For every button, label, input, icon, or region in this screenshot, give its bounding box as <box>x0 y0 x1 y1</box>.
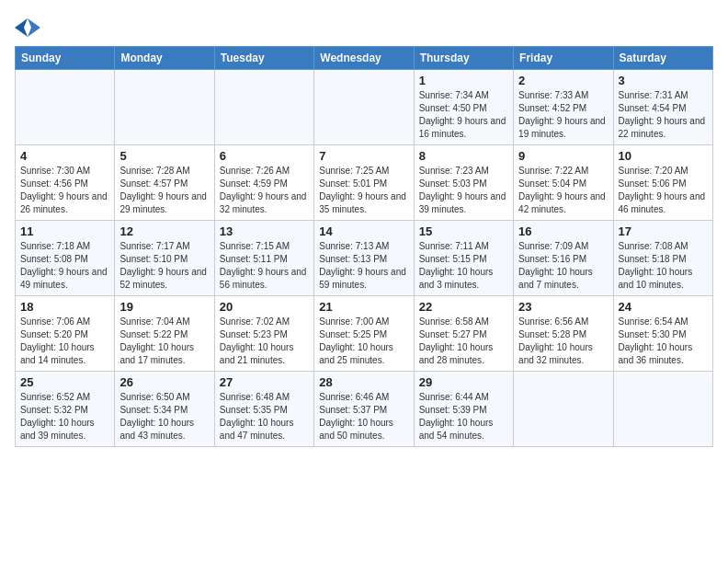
calendar-cell: 2Sunrise: 7:33 AM Sunset: 4:52 PM Daylig… <box>514 70 613 145</box>
calendar-cell <box>613 372 712 447</box>
day-info: Sunrise: 7:31 AM Sunset: 4:54 PM Dayligh… <box>619 89 708 141</box>
day-info: Sunrise: 6:54 AM Sunset: 5:30 PM Dayligh… <box>619 316 708 367</box>
calendar-cell: 10Sunrise: 7:20 AM Sunset: 5:06 PM Dayli… <box>613 145 712 221</box>
calendar-cell: 24Sunrise: 6:54 AM Sunset: 5:30 PM Dayli… <box>613 296 712 372</box>
day-number: 27 <box>220 375 309 389</box>
calendar-cell: 18Sunrise: 7:06 AM Sunset: 5:20 PM Dayli… <box>16 296 115 372</box>
calendar-cell: 3Sunrise: 7:31 AM Sunset: 4:54 PM Daylig… <box>613 70 712 145</box>
day-info: Sunrise: 7:18 AM Sunset: 5:08 PM Dayligh… <box>20 240 109 292</box>
day-number: 25 <box>20 375 109 389</box>
day-info: Sunrise: 7:09 AM Sunset: 5:16 PM Dayligh… <box>518 240 608 292</box>
calendar-cell: 21Sunrise: 7:00 AM Sunset: 5:25 PM Dayli… <box>314 296 414 372</box>
calendar-cell: 27Sunrise: 6:48 AM Sunset: 5:35 PM Dayli… <box>214 372 313 447</box>
day-info: Sunrise: 7:33 AM Sunset: 4:52 PM Dayligh… <box>518 89 608 141</box>
calendar-cell <box>214 70 313 145</box>
svg-marker-0 <box>28 18 40 37</box>
day-info: Sunrise: 7:06 AM Sunset: 5:20 PM Dayligh… <box>20 316 109 367</box>
calendar-cell: 7Sunrise: 7:25 AM Sunset: 5:01 PM Daylig… <box>314 145 414 221</box>
day-info: Sunrise: 6:52 AM Sunset: 5:32 PM Dayligh… <box>20 391 109 442</box>
calendar-cell: 22Sunrise: 6:58 AM Sunset: 5:27 PM Dayli… <box>414 296 513 372</box>
day-header-monday: Monday <box>115 47 214 70</box>
calendar-cell <box>16 70 115 145</box>
day-number: 24 <box>619 300 708 314</box>
day-number: 12 <box>119 224 209 238</box>
logo <box>15 15 44 40</box>
day-number: 16 <box>518 224 608 238</box>
day-number: 2 <box>518 74 608 87</box>
day-info: Sunrise: 7:13 AM Sunset: 5:13 PM Dayligh… <box>319 240 408 292</box>
day-number: 22 <box>419 300 508 314</box>
day-info: Sunrise: 7:11 AM Sunset: 5:15 PM Dayligh… <box>419 240 508 292</box>
calendar-header-row: SundayMondayTuesdayWednesdayThursdayFrid… <box>16 47 713 70</box>
day-header-thursday: Thursday <box>414 47 513 70</box>
day-info: Sunrise: 7:25 AM Sunset: 5:01 PM Dayligh… <box>319 165 408 216</box>
calendar-cell: 1Sunrise: 7:34 AM Sunset: 4:50 PM Daylig… <box>414 70 513 145</box>
day-number: 4 <box>20 149 109 163</box>
calendar-cell: 6Sunrise: 7:26 AM Sunset: 4:59 PM Daylig… <box>214 145 313 221</box>
day-header-tuesday: Tuesday <box>214 47 313 70</box>
calendar-cell: 26Sunrise: 6:50 AM Sunset: 5:34 PM Dayli… <box>115 372 214 447</box>
day-number: 23 <box>518 300 608 314</box>
calendar-cell: 29Sunrise: 6:44 AM Sunset: 5:39 PM Dayli… <box>414 372 513 447</box>
day-header-friday: Friday <box>514 47 613 70</box>
day-info: Sunrise: 6:46 AM Sunset: 5:37 PM Dayligh… <box>319 391 408 442</box>
day-number: 7 <box>319 149 408 163</box>
day-info: Sunrise: 7:28 AM Sunset: 4:57 PM Dayligh… <box>119 165 209 216</box>
day-info: Sunrise: 6:56 AM Sunset: 5:28 PM Dayligh… <box>518 316 608 367</box>
calendar-cell: 20Sunrise: 7:02 AM Sunset: 5:23 PM Dayli… <box>214 296 313 372</box>
day-number: 17 <box>619 224 708 238</box>
day-info: Sunrise: 7:15 AM Sunset: 5:11 PM Dayligh… <box>220 240 309 292</box>
day-number: 26 <box>119 375 209 389</box>
day-number: 15 <box>419 224 508 238</box>
calendar-cell: 28Sunrise: 6:46 AM Sunset: 5:37 PM Dayli… <box>314 372 414 447</box>
day-number: 20 <box>220 300 309 314</box>
day-number: 10 <box>619 149 708 163</box>
day-info: Sunrise: 7:30 AM Sunset: 4:56 PM Dayligh… <box>20 165 109 216</box>
day-info: Sunrise: 7:22 AM Sunset: 5:04 PM Dayligh… <box>518 165 608 216</box>
page-header <box>15 15 713 40</box>
day-number: 13 <box>220 224 309 238</box>
day-info: Sunrise: 7:02 AM Sunset: 5:23 PM Dayligh… <box>220 316 309 367</box>
calendar-cell: 13Sunrise: 7:15 AM Sunset: 5:11 PM Dayli… <box>214 221 313 296</box>
week-row-4: 18Sunrise: 7:06 AM Sunset: 5:20 PM Dayli… <box>16 296 713 372</box>
day-info: Sunrise: 7:17 AM Sunset: 5:10 PM Dayligh… <box>119 240 209 292</box>
calendar-cell: 16Sunrise: 7:09 AM Sunset: 5:16 PM Dayli… <box>514 221 613 296</box>
day-number: 1 <box>419 74 508 87</box>
day-info: Sunrise: 6:50 AM Sunset: 5:34 PM Dayligh… <box>119 391 209 442</box>
day-info: Sunrise: 7:20 AM Sunset: 5:06 PM Dayligh… <box>619 165 708 216</box>
day-header-wednesday: Wednesday <box>314 47 414 70</box>
calendar-cell: 11Sunrise: 7:18 AM Sunset: 5:08 PM Dayli… <box>16 221 115 296</box>
day-info: Sunrise: 7:23 AM Sunset: 5:03 PM Dayligh… <box>419 165 508 216</box>
day-number: 8 <box>419 149 508 163</box>
calendar-cell: 14Sunrise: 7:13 AM Sunset: 5:13 PM Dayli… <box>314 221 414 296</box>
calendar-cell: 23Sunrise: 6:56 AM Sunset: 5:28 PM Dayli… <box>514 296 613 372</box>
day-number: 18 <box>20 300 109 314</box>
day-number: 14 <box>319 224 408 238</box>
day-info: Sunrise: 7:34 AM Sunset: 4:50 PM Dayligh… <box>419 89 508 141</box>
week-row-1: 1Sunrise: 7:34 AM Sunset: 4:50 PM Daylig… <box>16 70 713 145</box>
calendar-cell: 25Sunrise: 6:52 AM Sunset: 5:32 PM Dayli… <box>16 372 115 447</box>
day-number: 21 <box>319 300 408 314</box>
day-number: 11 <box>20 224 109 238</box>
day-number: 5 <box>119 149 209 163</box>
calendar-cell <box>115 70 214 145</box>
day-info: Sunrise: 6:48 AM Sunset: 5:35 PM Dayligh… <box>220 391 309 442</box>
day-header-saturday: Saturday <box>613 47 712 70</box>
calendar-cell <box>314 70 414 145</box>
calendar-cell: 15Sunrise: 7:11 AM Sunset: 5:15 PM Dayli… <box>414 221 513 296</box>
day-number: 9 <box>518 149 608 163</box>
day-number: 29 <box>419 375 508 389</box>
day-info: Sunrise: 7:00 AM Sunset: 5:25 PM Dayligh… <box>319 316 408 367</box>
day-number: 28 <box>319 375 408 389</box>
day-number: 6 <box>220 149 309 163</box>
calendar-cell: 12Sunrise: 7:17 AM Sunset: 5:10 PM Dayli… <box>115 221 214 296</box>
day-info: Sunrise: 6:58 AM Sunset: 5:27 PM Dayligh… <box>419 316 508 367</box>
logo-bird-icon <box>15 15 40 40</box>
day-number: 3 <box>619 74 708 87</box>
week-row-3: 11Sunrise: 7:18 AM Sunset: 5:08 PM Dayli… <box>16 221 713 296</box>
calendar-cell <box>514 372 613 447</box>
week-row-5: 25Sunrise: 6:52 AM Sunset: 5:32 PM Dayli… <box>16 372 713 447</box>
calendar-cell: 5Sunrise: 7:28 AM Sunset: 4:57 PM Daylig… <box>115 145 214 221</box>
day-info: Sunrise: 7:26 AM Sunset: 4:59 PM Dayligh… <box>220 165 309 216</box>
calendar-cell: 19Sunrise: 7:04 AM Sunset: 5:22 PM Dayli… <box>115 296 214 372</box>
